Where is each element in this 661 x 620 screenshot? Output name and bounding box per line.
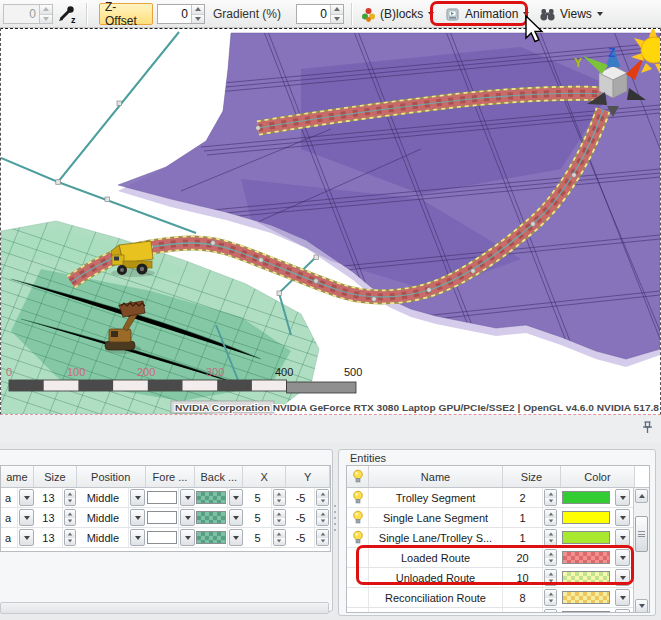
z-eyedropper-icon[interactable]: z bbox=[57, 4, 79, 24]
entity-color-swatch[interactable] bbox=[562, 551, 610, 564]
fore-color-swatch[interactable] bbox=[147, 511, 177, 524]
format-row[interactable]: a 13 Middle 5 -5 bbox=[1, 508, 330, 528]
toolbar: 0 z Z-Offset 0 Gradient (%) 0 bbox=[0, 0, 661, 28]
entity-row[interactable]: Loaded Route 20 bbox=[347, 548, 649, 568]
dropdown-button[interactable] bbox=[19, 489, 33, 506]
gradient-arrows[interactable] bbox=[330, 5, 343, 23]
entity-color-swatch[interactable] bbox=[562, 511, 610, 524]
dropdown-button[interactable] bbox=[19, 529, 33, 546]
z-offset-label: Z-Offset bbox=[105, 0, 147, 28]
color-dropdown-button[interactable] bbox=[615, 589, 630, 606]
z-offset-toggle[interactable]: Z-Offset bbox=[99, 3, 153, 25]
format-row[interactable]: a 13 Middle 5 -5 bbox=[1, 528, 330, 548]
dropdown-button[interactable] bbox=[180, 529, 194, 546]
dropdown-button[interactable] bbox=[229, 509, 243, 526]
entity-row[interactable]: Single Lane Segment 1 bbox=[347, 508, 649, 528]
dropdown-button[interactable] bbox=[229, 489, 243, 506]
scroll-up-button[interactable] bbox=[635, 489, 648, 503]
blocks-label: (B)locks bbox=[380, 7, 423, 21]
axis-z-label: Z bbox=[608, 46, 615, 60]
entity-row[interactable]: Trolley Segment 2 bbox=[347, 488, 649, 508]
entities-scrollbar[interactable] bbox=[633, 488, 649, 613]
size-spinner[interactable] bbox=[544, 489, 557, 506]
y-spinner[interactable] bbox=[316, 489, 329, 506]
axis-y-label: Y bbox=[574, 56, 582, 70]
y-spinner[interactable] bbox=[316, 509, 329, 526]
svg-text:0: 0 bbox=[6, 366, 12, 378]
y-spinner[interactable] bbox=[316, 529, 329, 546]
entity-row[interactable]: Reconciliation Route 8 bbox=[347, 588, 649, 608]
scrollbar-thumb[interactable] bbox=[635, 516, 648, 552]
gradient-spinbox[interactable]: 0 bbox=[296, 4, 344, 24]
panel-splitter[interactable] bbox=[333, 505, 336, 531]
horizontal-scrollbar[interactable] bbox=[0, 602, 329, 614]
color-dropdown-button[interactable] bbox=[615, 529, 630, 546]
color-dropdown-button[interactable] bbox=[615, 509, 630, 526]
entity-color-swatch[interactable] bbox=[562, 571, 610, 584]
visibility-bulb-icon[interactable] bbox=[352, 510, 364, 525]
entity-color-swatch[interactable] bbox=[562, 591, 610, 604]
disabled-spinbox[interactable]: 0 bbox=[3, 4, 53, 24]
color-dropdown-button[interactable] bbox=[615, 549, 630, 566]
dropdown-button[interactable] bbox=[130, 489, 144, 506]
dropdown-button[interactable] bbox=[130, 529, 144, 546]
visibility-bulb-icon[interactable] bbox=[352, 530, 364, 545]
dropdown-button[interactable] bbox=[180, 509, 194, 526]
x-spinner[interactable] bbox=[273, 489, 286, 506]
application-window: 0 z Z-Offset 0 Gradient (%) 0 bbox=[0, 0, 661, 620]
size-spinner[interactable] bbox=[544, 569, 557, 586]
z-offset-arrows[interactable] bbox=[191, 5, 204, 23]
gradient-label: Gradient (%) bbox=[213, 0, 281, 28]
fore-color-swatch[interactable] bbox=[147, 491, 177, 504]
entity-row[interactable]: Single Lane/Trolley S... 1 bbox=[347, 528, 649, 548]
back-color-swatch[interactable] bbox=[196, 491, 226, 504]
animation-label: Animation bbox=[465, 7, 518, 21]
pin-icon[interactable] bbox=[641, 420, 654, 435]
dropdown-button[interactable] bbox=[130, 509, 144, 526]
chevron-down-icon bbox=[428, 12, 434, 16]
x-spinner[interactable] bbox=[273, 529, 286, 546]
size-spinner[interactable] bbox=[64, 489, 77, 506]
dropdown-button[interactable] bbox=[229, 529, 243, 546]
gradient-value: 0 bbox=[297, 5, 330, 23]
dock-panel-strip bbox=[0, 415, 661, 443]
disabled-spinbox-arrows[interactable] bbox=[39, 5, 52, 23]
scroll-down-button[interactable] bbox=[635, 599, 648, 613]
status-text: NVIDIA Corporation NVIDIA GeForce RTX 30… bbox=[175, 403, 659, 413]
fore-color-swatch[interactable] bbox=[147, 531, 177, 544]
x-spinner[interactable] bbox=[273, 509, 286, 526]
entity-color-swatch[interactable] bbox=[562, 531, 610, 544]
size-spinner[interactable] bbox=[64, 509, 77, 526]
views-menu-button[interactable]: Views bbox=[534, 3, 608, 25]
bulb-icon bbox=[352, 469, 364, 484]
blocks-menu-button[interactable]: (B)locks bbox=[356, 3, 439, 25]
color-dropdown-button[interactable] bbox=[615, 569, 630, 586]
back-color-swatch[interactable] bbox=[196, 531, 226, 544]
size-spinner[interactable] bbox=[544, 509, 557, 526]
animation-menu-button[interactable]: Animation bbox=[440, 3, 534, 25]
scene-canvas: Z Y 0 100 200 300 400 500 bbox=[1, 29, 660, 414]
size-spinner[interactable] bbox=[64, 529, 77, 546]
haul-truck[interactable] bbox=[111, 241, 155, 277]
chevron-down-icon bbox=[523, 12, 529, 16]
animation-icon bbox=[445, 6, 461, 22]
entity-row[interactable]: Auto-Join 20 bbox=[347, 608, 649, 613]
back-color-swatch[interactable] bbox=[196, 511, 226, 524]
dropdown-button[interactable] bbox=[19, 509, 33, 526]
size-spinner[interactable] bbox=[544, 589, 557, 606]
entity-row[interactable]: Unloaded Route 10 bbox=[347, 568, 649, 588]
entity-color-swatch[interactable] bbox=[562, 611, 610, 613]
color-dropdown-button[interactable] bbox=[615, 609, 630, 613]
entities-panel-title: Entities bbox=[350, 452, 386, 464]
z-offset-spinbox[interactable]: 0 bbox=[157, 4, 205, 24]
size-spinner[interactable] bbox=[544, 549, 557, 566]
color-dropdown-button[interactable] bbox=[615, 489, 630, 506]
3d-viewport[interactable]: Z Y 0 100 200 300 400 500 bbox=[0, 28, 661, 415]
size-spinner[interactable] bbox=[544, 529, 557, 546]
entity-color-swatch[interactable] bbox=[562, 491, 610, 504]
renderer-status: NVIDIA Corporation NVIDIA GeForce RTX 30… bbox=[171, 401, 659, 413]
size-spinner[interactable] bbox=[544, 609, 557, 613]
format-row[interactable]: a 13 Middle 5 -5 bbox=[1, 488, 330, 508]
visibility-bulb-icon[interactable] bbox=[352, 490, 364, 505]
dropdown-button[interactable] bbox=[180, 489, 194, 506]
